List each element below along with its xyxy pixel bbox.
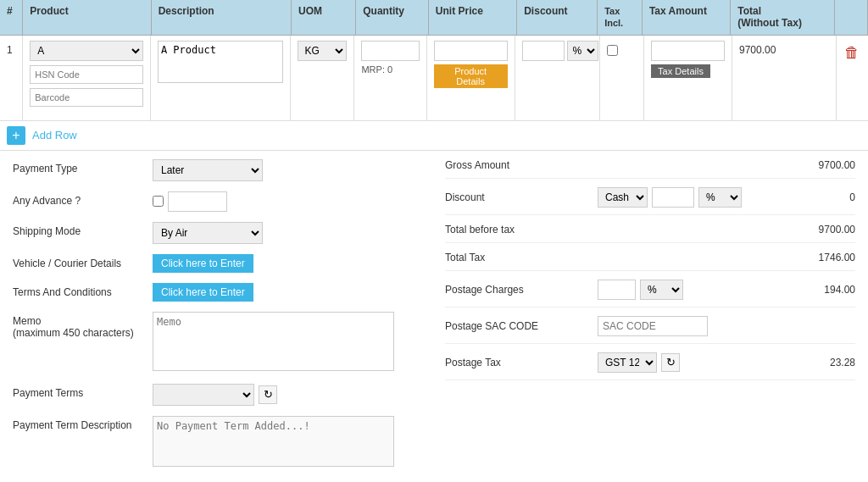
tax-details-button[interactable]: Tax Details xyxy=(651,64,710,78)
payment-type-control: Later Cash Credit xyxy=(153,159,394,181)
th-tax-amount: Tax Amount xyxy=(643,0,731,35)
total-value: 9700.00 xyxy=(739,41,829,56)
action-cell: 🗑 xyxy=(837,36,868,62)
right-summary: Gross Amount 9700.00 Discount Cash % 0 %… xyxy=(411,159,855,479)
payment-terms-control: ↻ xyxy=(153,384,394,406)
payment-term-desc-control xyxy=(153,416,394,469)
quantity-cell: 10.000 MRP: 0 xyxy=(354,36,426,120)
uom-select[interactable]: KG xyxy=(298,41,348,61)
terms-row: Terms And Conditions Click here to Enter xyxy=(13,283,394,302)
advance-checkbox[interactable] xyxy=(153,196,164,207)
product-cell: A xyxy=(23,36,151,120)
quantity-input[interactable]: 10.000 xyxy=(361,41,419,61)
vehicle-label: Vehicle / Courier Details xyxy=(13,254,153,269)
discount-summary-label: Discount xyxy=(445,191,598,203)
gross-amount-label: Gross Amount xyxy=(445,159,598,171)
th-discount: Discount xyxy=(517,0,598,35)
postage-val-input[interactable]: 2 xyxy=(598,280,636,300)
unit-price-cell: 1000.000 Product Details xyxy=(427,36,515,120)
discount-input[interactable]: 3.00 xyxy=(522,41,565,61)
th-description: Description xyxy=(152,0,292,35)
postage-sac-label: Postage SAC CODE xyxy=(445,320,598,332)
unit-price-input[interactable]: 1000.000 xyxy=(434,41,508,61)
postage-charges-row: Postage Charges 2 % Flat 194.00 xyxy=(445,280,855,307)
postage-tax-label: Postage Tax xyxy=(445,357,598,368)
product-select[interactable]: A xyxy=(30,41,143,61)
shipping-mode-label: Shipping Mode xyxy=(13,222,153,237)
terms-control: Click here to Enter xyxy=(153,283,394,302)
table-header: # Product Description UOM Quantity Unit … xyxy=(0,0,868,36)
gst-select[interactable]: GST 12 GST 5 GST 18 xyxy=(598,352,657,373)
memo-row: Memo (maximum 450 characters) xyxy=(13,312,394,374)
discount-pct-select[interactable]: % Flat xyxy=(698,187,742,208)
postage-tax-controls: GST 12 GST 5 GST 18 ↻ xyxy=(598,352,796,373)
hsn-input[interactable] xyxy=(30,65,143,84)
postage-tax-row: Postage Tax GST 12 GST 5 GST 18 ↻ 23.28 xyxy=(445,352,855,380)
postage-sac-controls xyxy=(598,316,796,336)
th-tax-incl: Tax Incl. xyxy=(598,0,643,35)
shipping-mode-row: Shipping Mode By Air By Road By Sea xyxy=(13,222,394,244)
shipping-mode-select[interactable]: By Air By Road By Sea xyxy=(153,222,263,244)
total-before-tax-value: 9700.00 xyxy=(796,224,855,235)
discount-val-input[interactable]: 0 xyxy=(652,187,694,208)
total-cell: 9700.00 xyxy=(732,36,837,120)
total-tax-value: 1746.00 xyxy=(796,252,855,263)
total-tax-row: Total Tax 1746.00 xyxy=(445,252,855,271)
add-row-button[interactable]: + xyxy=(7,126,25,145)
advance-control: 0 xyxy=(153,191,394,212)
payment-term-desc-label: Payment Term Description xyxy=(13,416,153,431)
vehicle-enter-button[interactable]: Click here to Enter xyxy=(153,254,253,273)
postage-charges-label: Postage Charges xyxy=(445,284,598,296)
terms-label: Terms And Conditions xyxy=(13,283,153,298)
advance-label: Any Advance ? xyxy=(13,191,153,207)
th-unit-price: Unit Price xyxy=(429,0,517,35)
payment-term-desc-textarea[interactable] xyxy=(153,416,394,467)
discount-type-select[interactable]: % xyxy=(567,41,598,61)
postage-tax-value: 23.28 xyxy=(796,357,855,368)
postage-pct-select[interactable]: % Flat xyxy=(640,280,683,300)
discount-cash-select[interactable]: Cash % xyxy=(598,187,648,208)
barcode-input[interactable] xyxy=(30,88,143,107)
bottom-section: Payment Type Later Cash Credit Any Advan… xyxy=(0,151,868,482)
th-hash: # xyxy=(0,0,23,35)
total-before-tax-label: Total before tax xyxy=(445,224,598,235)
sac-code-input[interactable] xyxy=(598,316,708,336)
th-quantity: Quantity xyxy=(356,0,429,35)
product-details-button[interactable]: Product Details xyxy=(434,64,508,88)
postage-result-value: 194.00 xyxy=(796,284,855,296)
payment-terms-row: Payment Terms ↻ xyxy=(13,384,394,406)
discount-controls: Cash % 0 % Flat xyxy=(598,187,796,208)
delete-row-button[interactable]: 🗑 xyxy=(844,44,860,62)
memo-control xyxy=(153,312,394,374)
memo-label: Memo (maximum 450 characters) xyxy=(13,312,153,339)
tax-amount-input[interactable]: 1746.00 xyxy=(651,41,725,61)
payment-term-desc-row: Payment Term Description xyxy=(13,416,394,469)
advance-input[interactable]: 0 xyxy=(168,191,227,212)
row-number: 1 xyxy=(0,36,23,120)
description-textarea[interactable]: A Product xyxy=(158,41,283,83)
total-tax-label: Total Tax xyxy=(445,252,598,263)
postage-sac-row: Postage SAC CODE xyxy=(445,316,855,344)
table-row: 1 A A Product KG 10.000 MRP: 0 1000.000 … xyxy=(0,36,868,121)
payment-type-label: Payment Type xyxy=(13,159,153,175)
vehicle-row: Vehicle / Courier Details Click here to … xyxy=(13,254,394,273)
th-action xyxy=(835,0,868,35)
left-form: Payment Type Later Cash Credit Any Advan… xyxy=(13,159,394,479)
payment-terms-refresh-button[interactable]: ↻ xyxy=(259,385,277,404)
th-uom: UOM xyxy=(292,0,356,35)
postage-tax-refresh-button[interactable]: ↻ xyxy=(661,353,680,372)
uom-cell: KG xyxy=(291,36,355,120)
payment-terms-label: Payment Terms xyxy=(13,384,153,399)
tax-incl-checkbox[interactable] xyxy=(607,45,618,56)
tax-incl-cell xyxy=(600,36,645,120)
postage-controls: 2 % Flat xyxy=(598,280,796,300)
total-before-tax-row: Total before tax 9700.00 xyxy=(445,224,855,243)
payment-terms-select[interactable] xyxy=(153,384,254,406)
gross-amount-value: 9700.00 xyxy=(796,159,855,171)
terms-enter-button[interactable]: Click here to Enter xyxy=(153,283,253,302)
payment-type-select[interactable]: Later Cash Credit xyxy=(153,159,263,181)
payment-type-row: Payment Type Later Cash Credit xyxy=(13,159,394,181)
memo-textarea[interactable] xyxy=(153,312,394,371)
add-row-label[interactable]: Add Row xyxy=(32,129,77,141)
th-total: Total (Without Tax) xyxy=(731,0,835,35)
